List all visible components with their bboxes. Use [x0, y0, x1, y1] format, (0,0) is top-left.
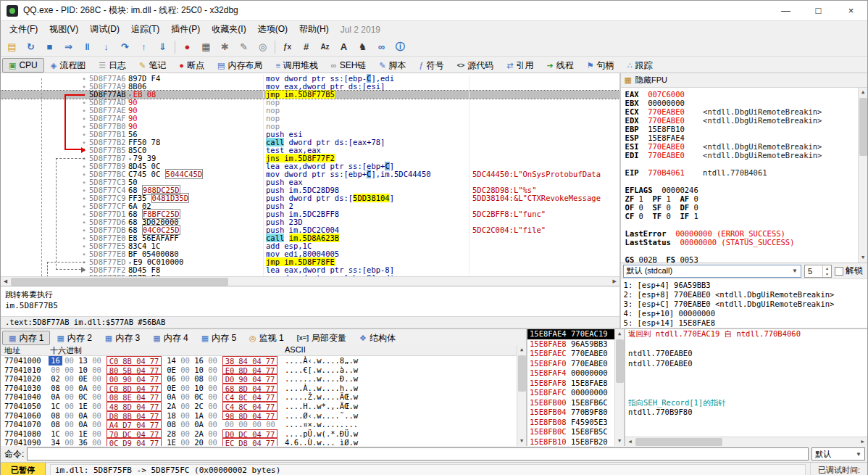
stack-comment-row[interactable]: ntdll.770EABE0 — [625, 359, 867, 369]
dump-byte[interactable]: 98 — [222, 411, 236, 421]
dump-byte[interactable]: 00 — [62, 420, 76, 429]
hide-fpu-button[interactable]: 隐藏FPU — [635, 75, 667, 86]
dump-byte[interactable]: 00 — [49, 365, 62, 375]
unlock-checkbox[interactable] — [835, 267, 843, 276]
dump-byte[interactable]: EC — [222, 438, 236, 446]
dump-byte[interactable]: 04 — [134, 402, 148, 411]
dump-byte[interactable]: D0 — [222, 429, 236, 439]
tab-source[interactable]: <>源代码 — [451, 58, 501, 73]
dump-byte[interactable]: 04 — [134, 356, 148, 365]
step-into-button[interactable]: ↓ — [97, 39, 115, 55]
dump-byte[interactable]: 8C — [236, 392, 250, 402]
dump-byte[interactable]: 00 — [206, 365, 220, 375]
dump-byte[interactable]: 04 — [250, 438, 264, 446]
settings-button[interactable]: ✱ — [216, 39, 234, 55]
dump-row[interactable]: 7704103008000A00C08D04770E001000688D0477… — [1, 384, 526, 393]
dump-byte[interactable]: 10 — [76, 365, 90, 375]
tab-memory-2[interactable]: ▦内存 2 — [50, 331, 98, 345]
dump-byte[interactable]: DC — [236, 429, 250, 439]
dump-byte[interactable]: 00 — [178, 420, 192, 429]
dump-byte[interactable]: 00 — [90, 356, 104, 365]
argument-count-stepper[interactable]: 5 ▲▼ — [804, 265, 832, 278]
register-line[interactable]: LastError 00000000 (ERROR_SUCCESS) — [625, 229, 857, 238]
dump-byte[interactable]: 0C — [76, 392, 90, 402]
scroll-up-icon[interactable]: ▲ — [517, 345, 526, 355]
dump-byte[interactable]: 36 — [76, 438, 90, 446]
register-line[interactable]: ESI 770EABE0 <ntdll.DbgUiRemoteBreakin> — [625, 142, 857, 151]
dump-byte[interactable]: 08 — [164, 420, 178, 429]
dump-byte[interactable]: 04 — [134, 365, 148, 375]
stack-row[interactable]: 15E8FAF815E8FAE8 — [527, 379, 614, 389]
dump-byte[interactable]: 00 — [107, 374, 120, 384]
dump-byte[interactable]: 00 — [206, 384, 220, 393]
register-line[interactable]: EAX 007C6000 — [625, 90, 857, 99]
tab-threads[interactable]: ➔线程 — [540, 58, 580, 73]
dump-byte[interactable]: 08 — [49, 420, 62, 429]
dump-byte[interactable]: 8D — [236, 411, 250, 421]
register-line[interactable]: EIP 770B4061 ntdll.770B4061 — [625, 168, 857, 177]
tab-struct[interactable]: ❖结构体 — [353, 331, 402, 345]
argument-row[interactable]: 3: [esp+C] 770EABE0 <ntdll.DbgUiRemoteBr… — [624, 300, 864, 309]
spin-down-icon[interactable]: ▼ — [823, 271, 831, 277]
command-profile-select[interactable]: 默认▼ — [811, 447, 865, 460]
register-line[interactable]: EBX 00000000 — [625, 99, 857, 107]
dump-byte[interactable]: 00 — [90, 438, 104, 446]
dump-byte[interactable]: 2C — [192, 402, 206, 411]
dump-byte[interactable]: 1E — [164, 438, 178, 446]
dump-byte[interactable]: 16 — [192, 356, 206, 365]
dump-byte[interactable]: 00 — [90, 365, 104, 375]
dump-byte[interactable]: 04 — [134, 384, 148, 393]
dump-byte[interactable]: C4 — [222, 392, 236, 402]
tab-memory-5[interactable]: ▦内存 5 — [195, 331, 243, 345]
dump-row[interactable]: 7704102002000E000090047706000800D0900477… — [1, 374, 526, 384]
dump-byte[interactable]: 77 — [148, 374, 162, 384]
argument-row[interactable]: 4: [esp+10] 00000000 — [624, 309, 864, 318]
dump-byte[interactable]: 8D — [236, 384, 250, 393]
breakpoints-button[interactable]: ● — [178, 39, 196, 55]
dump-byte[interactable]: 00 — [90, 420, 104, 429]
stack-comment-row[interactable]: ntdll.770EABE0 — [625, 349, 867, 359]
register-line[interactable]: EDI 770EABE0 <ntdll.DbgUiRemoteBreakin> — [625, 151, 857, 160]
menu-item[interactable]: 帮助(H) — [293, 21, 335, 38]
dump-byte[interactable]: 00 — [206, 402, 220, 411]
scroll-down-icon[interactable]: ▼ — [517, 437, 526, 446]
scroll-up-icon[interactable]: ▲ — [859, 88, 867, 97]
dump-byte[interactable]: 04 — [250, 356, 264, 365]
stack-row[interactable]: 15E8FAE4770EAC19 — [527, 329, 614, 339]
dump-row[interactable]: 770410400A000C00088E04770A000C00C48C0477… — [1, 392, 526, 402]
menu-item[interactable]: 收藏夹(I) — [206, 21, 251, 38]
dump-byte[interactable]: E0 — [222, 365, 236, 375]
dump-byte[interactable]: 00 — [62, 374, 76, 384]
dump-byte[interactable]: 77 — [148, 384, 162, 393]
register-line[interactable]: ESP 15E8FAE4 — [625, 133, 857, 142]
register-line[interactable]: OF 0 SF 0 DF 0 — [625, 203, 857, 212]
dump-byte[interactable]: 1E — [76, 429, 90, 439]
dump-byte[interactable]: 0A — [49, 392, 62, 402]
minimize-button[interactable]: — — [769, 1, 802, 20]
stack-row[interactable]: 15E8FB0015E8FB6C — [527, 398, 614, 408]
open-button[interactable]: ▤ — [3, 39, 21, 55]
dump-byte[interactable]: 04 — [134, 392, 148, 402]
dump-byte[interactable]: 28 — [164, 429, 178, 439]
tab-references[interactable]: ⇄引用 — [500, 58, 540, 73]
dump-byte[interactable]: 77 — [148, 402, 162, 411]
dump-byte[interactable]: 0A — [76, 411, 90, 421]
stack-row[interactable]: 15E8FAF400000000 — [527, 368, 614, 379]
stack-row[interactable]: 15E8FB1015E8FB20 — [527, 437, 614, 447]
stack-comments-scrollbar[interactable]: ◀ ▶ — [625, 437, 867, 446]
argument-row[interactable]: 1: [esp+4] 96A59BB3 — [624, 281, 864, 290]
dump-byte[interactable]: 00 — [206, 374, 220, 384]
info-button[interactable]: ⓘ — [391, 39, 409, 55]
dump-byte[interactable]: 08 — [49, 384, 62, 393]
dump-byte[interactable]: C4 — [222, 402, 236, 411]
dump-byte[interactable]: 77 — [264, 384, 277, 393]
stack-comment-row[interactable]: 返回到 ntdll.770EAC19 自 ntdll.770B4060 — [625, 329, 867, 339]
stack-row[interactable]: 15E8FAE896A59BB3 — [527, 339, 614, 350]
tab-script[interactable]: ✎脚本 — [372, 58, 412, 73]
stack-row[interactable]: 15E8FAEC770EABE0 — [527, 349, 614, 359]
stack-comment-row[interactable] — [625, 418, 867, 428]
register-line[interactable] — [625, 160, 857, 168]
dump-byte[interactable]: 04 — [134, 438, 148, 446]
dump-byte[interactable]: D8 — [236, 438, 250, 446]
calling-convention-select[interactable]: 默认 (stdcall)▼ — [623, 265, 801, 278]
